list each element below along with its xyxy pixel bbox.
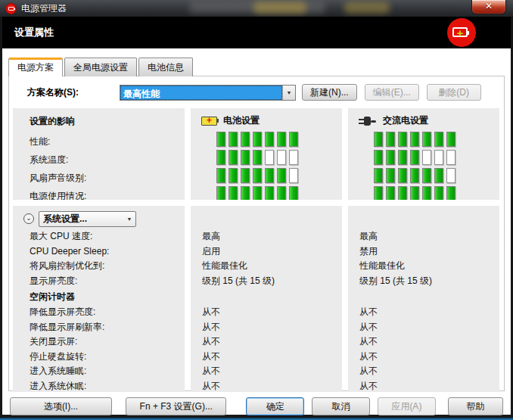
scheme-name-combobox[interactable]: 最高性能 ▼ — [120, 85, 296, 101]
battery-fan-noise-meter — [191, 166, 342, 185]
ac-value: 级别 15 (共 15 级) — [348, 274, 499, 289]
ac-value: 从不 — [348, 379, 499, 393]
app-battery-icon — [5, 3, 17, 14]
system-settings-label-panel: ⌄ 系统设置... ▼ 最大 CPU 速度: CPU Deeper Sleep:… — [13, 206, 185, 392]
tab-power-scheme[interactable]: 电源方案 — [8, 58, 63, 76]
battery-system-values-panel: 最高 启用 性能最佳化 级别 15 (共 15 级) 从不 从不 从不 从不 从… — [191, 206, 342, 392]
effects-row-label: 系统温度: — [13, 151, 185, 169]
battery-value: 从不 — [191, 320, 342, 335]
battery-value: 从不 — [191, 305, 342, 320]
ac-value: 最高 — [348, 229, 499, 244]
ac-fan-noise-meter — [348, 166, 499, 185]
dialog-banner: 设置属性 + — [2, 17, 511, 48]
window-title: 电源管理器 — [21, 2, 67, 15]
ac-value: 禁用 — [348, 244, 499, 260]
idle-row-label: 降低显示屏刷新率: — [13, 320, 185, 335]
ac-column-header: 交流电设置 — [383, 114, 428, 127]
effects-title: 设置的影响 — [13, 108, 185, 132]
window-titlebar[interactable]: 电源管理器 ✕ — [0, 0, 513, 17]
tab-battery-info[interactable]: 电池信息 — [138, 58, 193, 76]
battery-value: 启用 — [191, 244, 342, 260]
battery-value: 从不 — [191, 334, 342, 350]
plug-icon — [359, 116, 377, 126]
dialog-body: 电源方案 全局电源设置 电池信息 方案名称(S): 最高性能 ▼ 新建(N)..… — [2, 48, 511, 415]
battery-value: 从不 — [191, 364, 342, 379]
battery-value: 从不 — [191, 379, 342, 393]
chevron-down-icon[interactable]: ▼ — [282, 86, 295, 100]
effects-row-label: 性能: — [13, 132, 185, 151]
battery-performance-meter — [191, 130, 342, 148]
scheme-name-value: 最高性能 — [120, 86, 282, 100]
dialog-footer: 选项(I)... Fn + F3 设置(G)... 确定 取消 应用(A) 帮助 — [10, 397, 503, 415]
battery-value: 从不 — [191, 350, 342, 365]
ac-value: 从不 — [348, 320, 499, 335]
cancel-button[interactable]: 取消 — [312, 397, 370, 415]
help-button[interactable]: 帮助 — [448, 397, 503, 415]
idle-row-label: 关闭显示屏: — [13, 334, 185, 350]
system-row-label: CPU Deeper Sleep: — [13, 244, 185, 260]
ac-system-values-panel: 最高 禁用 性能最佳化 级别 15 (共 15 级) 从不 从不 从不 从不 从… — [348, 206, 499, 392]
effects-label-panel: 设置的影响 性能: 系统温度: 风扇声音级别: 电源使用情况: — [13, 108, 185, 200]
idle-row-label: 进入系统休眠: — [13, 379, 185, 393]
effects-row-label: 电源使用情况: — [13, 187, 185, 200]
titlebar-glass-reflection — [253, 2, 306, 14]
battery-value: 最高 — [191, 229, 342, 244]
fn-f3-settings-button[interactable]: Fn + F3 设置(G)... — [126, 397, 226, 415]
ac-value: 从不 — [348, 334, 499, 350]
battery-effects-panel: + 电池设置 — [191, 108, 342, 200]
ac-temperature-meter — [348, 148, 499, 166]
battery-value: 性能最佳化 — [191, 259, 342, 274]
ac-value: 从不 — [348, 305, 499, 320]
edit-scheme-button[interactable]: 编辑(E)... — [365, 84, 419, 101]
idle-timers-title: 空闲计时器 — [13, 288, 185, 305]
battery-icon: + — [201, 117, 217, 126]
scheme-name-label: 方案名称(S): — [27, 86, 120, 99]
close-icon: ✕ — [485, 1, 493, 11]
idle-row-label: 进入系统睡眠: — [13, 364, 185, 379]
ac-value: 从不 — [348, 350, 499, 365]
system-settings-select-value: 系统设置... — [39, 213, 123, 226]
system-row-label: 显示屏亮度: — [13, 274, 185, 289]
tab-strip: 电源方案 全局电源设置 电池信息 — [2, 48, 511, 76]
scheme-name-row: 方案名称(S): 最高性能 ▼ 新建(N)... 编辑(E)... 删除(D) — [9, 76, 504, 105]
system-row-label: 将风扇控制优化到: — [13, 259, 185, 274]
ok-button[interactable]: 确定 — [246, 397, 304, 415]
system-row-label: 最大 CPU 速度: — [13, 229, 185, 244]
ac-value: 从不 — [348, 364, 499, 379]
idle-row-label: 降低显示屏亮度: — [13, 305, 185, 320]
apply-button[interactable]: 应用(A) — [378, 397, 436, 415]
delete-scheme-button[interactable]: 删除(D) — [427, 84, 481, 101]
effects-row-label: 风扇声音级别: — [13, 169, 185, 187]
dialog-title: 设置属性 — [2, 26, 54, 39]
battery-power-usage-meter — [191, 185, 342, 200]
close-button[interactable]: ✕ — [471, 0, 506, 14]
options-button[interactable]: 选项(I)... — [10, 397, 112, 415]
ac-effects-panel: 交流电设置 — [348, 108, 499, 200]
battery-temperature-meter — [191, 148, 342, 166]
power-manager-window: 电源管理器 ✕ 设置属性 + 电源方案 全局电源设置 电池信息 方案名称(S):… — [0, 0, 513, 420]
ac-performance-meter — [348, 130, 499, 148]
power-scheme-tabpage: 方案名称(S): 最高性能 ▼ 新建(N)... 编辑(E)... 删除(D) … — [8, 76, 505, 391]
chevron-down-icon: ▼ — [123, 216, 135, 222]
tab-global-power-settings[interactable]: 全局电源设置 — [64, 58, 137, 76]
new-scheme-button[interactable]: 新建(N)... — [302, 84, 357, 101]
idle-row-label: 停止硬盘旋转: — [13, 350, 185, 365]
expand-section-icon[interactable]: ⌄ — [23, 213, 34, 224]
battery-value: 级别 15 (共 15 级) — [191, 274, 342, 289]
ac-power-usage-meter — [348, 185, 499, 200]
settings-grid: 设置的影响 性能: 系统温度: 风扇声音级别: 电源使用情况: + 电池设置 — [13, 108, 498, 392]
battery-column-header: 电池设置 — [223, 114, 260, 127]
power-manager-logo-icon: + — [447, 18, 476, 47]
titlebar-glass-reflection — [344, 2, 390, 14]
system-settings-select[interactable]: 系统设置... ▼ — [39, 211, 136, 227]
ac-value: 性能最佳化 — [348, 259, 499, 274]
